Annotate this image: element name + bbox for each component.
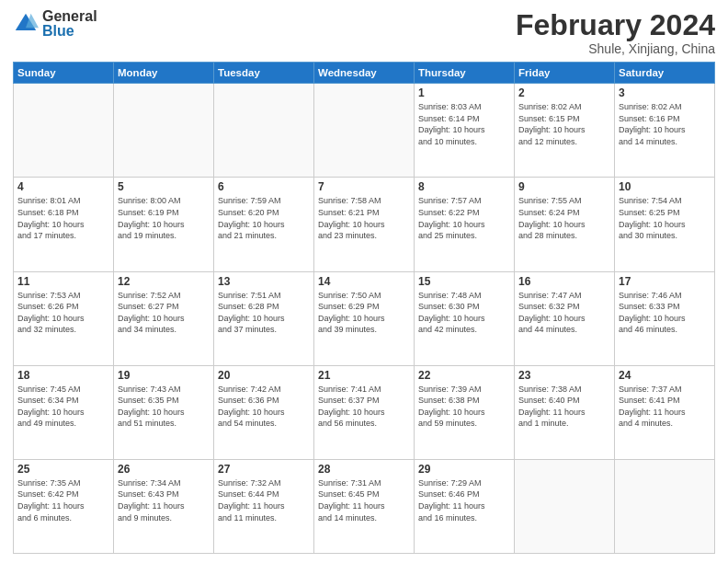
calendar-header-saturday: Saturday [615, 63, 715, 84]
calendar-cell: 3Sunrise: 8:02 AM Sunset: 6:16 PM Daylig… [615, 84, 715, 178]
calendar-cell: 1Sunrise: 8:03 AM Sunset: 6:14 PM Daylig… [415, 84, 515, 178]
day-info: Sunrise: 7:53 AM Sunset: 6:26 PM Dayligh… [17, 290, 109, 336]
calendar-cell: 12Sunrise: 7:52 AM Sunset: 6:27 PM Dayli… [114, 271, 214, 365]
calendar-cell: 24Sunrise: 7:37 AM Sunset: 6:41 PM Dayli… [615, 365, 715, 459]
calendar-cell: 8Sunrise: 7:57 AM Sunset: 6:22 PM Daylig… [415, 178, 515, 271]
calendar-cell: 5Sunrise: 8:00 AM Sunset: 6:19 PM Daylig… [114, 178, 214, 271]
day-number: 10 [619, 180, 711, 193]
calendar-week-row: 25Sunrise: 7:35 AM Sunset: 6:42 PM Dayli… [14, 459, 715, 553]
day-info: Sunrise: 7:54 AM Sunset: 6:25 PM Dayligh… [619, 195, 711, 241]
calendar-cell: 11Sunrise: 7:53 AM Sunset: 6:26 PM Dayli… [14, 271, 114, 365]
day-number: 6 [218, 180, 310, 193]
calendar-cell: 29Sunrise: 7:29 AM Sunset: 6:46 PM Dayli… [415, 459, 515, 553]
day-info: Sunrise: 7:57 AM Sunset: 6:22 PM Dayligh… [418, 195, 510, 241]
day-info: Sunrise: 7:37 AM Sunset: 6:41 PM Dayligh… [619, 384, 711, 430]
day-number: 23 [518, 369, 610, 382]
page: General Blue February 2024 Shule, Xinjia… [0, 0, 728, 563]
calendar-cell: 17Sunrise: 7:46 AM Sunset: 6:33 PM Dayli… [615, 271, 715, 365]
calendar-header-row: SundayMondayTuesdayWednesdayThursdayFrid… [14, 63, 715, 84]
day-number: 29 [418, 463, 510, 476]
calendar-week-row: 4Sunrise: 8:01 AM Sunset: 6:18 PM Daylig… [14, 178, 715, 271]
calendar-cell: 23Sunrise: 7:38 AM Sunset: 6:40 PM Dayli… [515, 365, 615, 459]
calendar-cell: 20Sunrise: 7:42 AM Sunset: 6:36 PM Dayli… [214, 365, 314, 459]
day-info: Sunrise: 7:29 AM Sunset: 6:46 PM Dayligh… [418, 477, 510, 523]
calendar-table: SundayMondayTuesdayWednesdayThursdayFrid… [13, 62, 715, 554]
calendar-cell: 2Sunrise: 8:02 AM Sunset: 6:15 PM Daylig… [515, 84, 615, 178]
day-info: Sunrise: 7:42 AM Sunset: 6:36 PM Dayligh… [218, 384, 310, 430]
day-number: 28 [318, 463, 410, 476]
day-info: Sunrise: 7:52 AM Sunset: 6:27 PM Dayligh… [118, 290, 210, 336]
day-number: 8 [418, 180, 510, 193]
calendar-title: February 2024 [516, 9, 715, 41]
calendar-cell: 9Sunrise: 7:55 AM Sunset: 6:24 PM Daylig… [515, 178, 615, 271]
day-info: Sunrise: 7:34 AM Sunset: 6:43 PM Dayligh… [118, 477, 210, 523]
day-info: Sunrise: 7:59 AM Sunset: 6:20 PM Dayligh… [218, 195, 310, 241]
calendar-week-row: 18Sunrise: 7:45 AM Sunset: 6:34 PM Dayli… [14, 365, 715, 459]
day-number: 7 [318, 180, 410, 193]
day-info: Sunrise: 7:43 AM Sunset: 6:35 PM Dayligh… [118, 384, 210, 430]
calendar-cell [314, 84, 415, 178]
day-info: Sunrise: 7:46 AM Sunset: 6:33 PM Dayligh… [619, 290, 711, 336]
calendar-cell: 25Sunrise: 7:35 AM Sunset: 6:42 PM Dayli… [14, 459, 114, 553]
day-info: Sunrise: 7:31 AM Sunset: 6:45 PM Dayligh… [318, 477, 410, 523]
day-number: 5 [118, 180, 210, 193]
day-number: 21 [318, 369, 410, 382]
calendar-cell [14, 84, 114, 178]
calendar-cell: 4Sunrise: 8:01 AM Sunset: 6:18 PM Daylig… [14, 178, 114, 271]
day-number: 1 [418, 86, 510, 99]
calendar-cell: 10Sunrise: 7:54 AM Sunset: 6:25 PM Dayli… [615, 178, 715, 271]
day-number: 18 [17, 369, 109, 382]
day-info: Sunrise: 8:02 AM Sunset: 6:16 PM Dayligh… [619, 101, 711, 147]
day-number: 2 [518, 86, 610, 99]
calendar-cell: 21Sunrise: 7:41 AM Sunset: 6:37 PM Dayli… [314, 365, 415, 459]
calendar-cell: 18Sunrise: 7:45 AM Sunset: 6:34 PM Dayli… [14, 365, 114, 459]
calendar-header-thursday: Thursday [415, 63, 515, 84]
calendar-cell [214, 84, 314, 178]
calendar-cell [615, 459, 715, 553]
day-info: Sunrise: 7:58 AM Sunset: 6:21 PM Dayligh… [318, 195, 410, 241]
calendar-header-friday: Friday [515, 63, 615, 84]
logo-blue: Blue [42, 24, 97, 39]
day-number: 9 [518, 180, 610, 193]
day-number: 25 [17, 463, 109, 476]
day-info: Sunrise: 8:03 AM Sunset: 6:14 PM Dayligh… [418, 101, 510, 147]
day-number: 16 [518, 275, 610, 288]
day-number: 13 [218, 275, 310, 288]
calendar-cell: 13Sunrise: 7:51 AM Sunset: 6:28 PM Dayli… [214, 271, 314, 365]
calendar-week-row: 11Sunrise: 7:53 AM Sunset: 6:26 PM Dayli… [14, 271, 715, 365]
calendar-cell: 14Sunrise: 7:50 AM Sunset: 6:29 PM Dayli… [314, 271, 415, 365]
logo-general: General [42, 9, 97, 24]
logo-text: General Blue [42, 9, 97, 39]
day-number: 20 [218, 369, 310, 382]
calendar-header-tuesday: Tuesday [214, 63, 314, 84]
day-number: 14 [318, 275, 410, 288]
day-info: Sunrise: 8:01 AM Sunset: 6:18 PM Dayligh… [17, 195, 109, 241]
day-number: 11 [17, 275, 109, 288]
day-info: Sunrise: 7:35 AM Sunset: 6:42 PM Dayligh… [17, 477, 109, 523]
calendar-cell [515, 459, 615, 553]
calendar-cell: 6Sunrise: 7:59 AM Sunset: 6:20 PM Daylig… [214, 178, 314, 271]
day-info: Sunrise: 7:45 AM Sunset: 6:34 PM Dayligh… [17, 384, 109, 430]
logo: General Blue [13, 9, 97, 39]
calendar-cell: 28Sunrise: 7:31 AM Sunset: 6:45 PM Dayli… [314, 459, 415, 553]
day-number: 19 [118, 369, 210, 382]
calendar-cell: 26Sunrise: 7:34 AM Sunset: 6:43 PM Dayli… [114, 459, 214, 553]
day-info: Sunrise: 7:55 AM Sunset: 6:24 PM Dayligh… [518, 195, 610, 241]
day-number: 24 [619, 369, 711, 382]
day-number: 26 [118, 463, 210, 476]
header: General Blue February 2024 Shule, Xinjia… [13, 9, 715, 56]
day-info: Sunrise: 7:47 AM Sunset: 6:32 PM Dayligh… [518, 290, 610, 336]
calendar-week-row: 1Sunrise: 8:03 AM Sunset: 6:14 PM Daylig… [14, 84, 715, 178]
day-info: Sunrise: 7:32 AM Sunset: 6:44 PM Dayligh… [218, 477, 310, 523]
calendar-header-wednesday: Wednesday [314, 63, 415, 84]
calendar-header-sunday: Sunday [14, 63, 114, 84]
calendar-cell: 22Sunrise: 7:39 AM Sunset: 6:38 PM Dayli… [415, 365, 515, 459]
calendar-cell: 15Sunrise: 7:48 AM Sunset: 6:30 PM Dayli… [415, 271, 515, 365]
day-info: Sunrise: 7:39 AM Sunset: 6:38 PM Dayligh… [418, 384, 510, 430]
day-info: Sunrise: 8:02 AM Sunset: 6:15 PM Dayligh… [518, 101, 610, 147]
calendar-header-monday: Monday [114, 63, 214, 84]
day-number: 4 [17, 180, 109, 193]
day-info: Sunrise: 7:51 AM Sunset: 6:28 PM Dayligh… [218, 290, 310, 336]
day-info: Sunrise: 7:50 AM Sunset: 6:29 PM Dayligh… [318, 290, 410, 336]
calendar-cell: 16Sunrise: 7:47 AM Sunset: 6:32 PM Dayli… [515, 271, 615, 365]
